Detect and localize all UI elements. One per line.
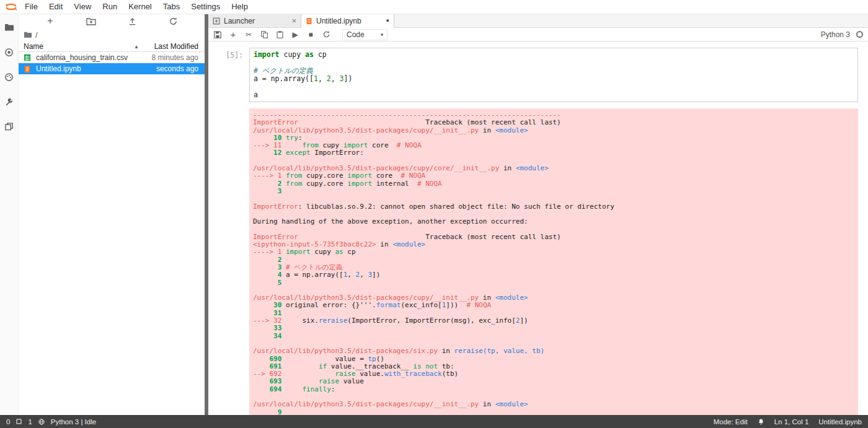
tab-label: Untitled.ipynb xyxy=(316,17,383,25)
status-filename: Untitled.ipynb xyxy=(818,418,862,426)
traceback-line: /usr/local/lib/python3.5/dist-packages/c… xyxy=(253,127,854,134)
folder-icon xyxy=(24,31,32,38)
kernel-square-icon xyxy=(16,418,22,425)
traceback-line: 33 xyxy=(253,325,854,332)
notebook-panel: [5]: import cupy as cp # ベクトルの定義a = np.a… xyxy=(208,41,868,415)
error-output: ----------------------------------------… xyxy=(249,108,858,415)
code-line: a = np.array([1, 2, 3]) xyxy=(254,75,854,83)
files-icon[interactable] xyxy=(4,22,15,33)
code-line: a xyxy=(254,91,854,99)
tab-notebook[interactable]: Untitled.ipynb ● xyxy=(301,14,394,28)
cell-type-dropdown[interactable]: Code ▾ xyxy=(342,29,388,40)
status-left: 0 1 Python 3 | Idle xyxy=(6,418,96,426)
cursor-position[interactable]: Ln 1, Col 1 xyxy=(774,418,809,426)
code-cell: [5]: import cupy as cp # ベクトルの定義a = np.a… xyxy=(208,48,858,102)
command-palette-icon[interactable] xyxy=(4,71,15,82)
traceback-line: 30 original error: {}'''.format(exc_info… xyxy=(253,302,854,309)
status-right: Mode: Edit Ln 1, Col 1 Untitled.ipynb xyxy=(714,418,862,426)
add-cell-icon[interactable]: + xyxy=(228,30,239,40)
tab-launcher[interactable]: Launcher × xyxy=(208,14,301,27)
refresh-icon[interactable] xyxy=(167,15,179,27)
file-row-notebook[interactable]: Untitled.ipynb seconds ago xyxy=(19,63,205,74)
menu-item-edit[interactable]: Edit xyxy=(43,0,68,14)
code-line: import cupy as cp xyxy=(254,51,854,59)
save-icon[interactable] xyxy=(212,30,223,40)
menu-item-tabs[interactable]: Tabs xyxy=(157,0,185,14)
globe-icon xyxy=(38,418,45,426)
cell-type-value: Code xyxy=(347,30,365,39)
file-modified: seconds ago xyxy=(140,64,205,73)
kernels-count[interactable]: 1 xyxy=(28,418,32,426)
file-browser: + / Name ▲ Last Modified california_hous… xyxy=(19,14,205,415)
jupyter-logo xyxy=(3,1,19,13)
cut-cells-icon[interactable]: ✂ xyxy=(243,30,254,40)
breadcrumb-path: / xyxy=(35,30,38,40)
upload-icon[interactable] xyxy=(126,15,138,27)
wrench-icon[interactable] xyxy=(4,96,15,107)
notebook-toolbar: + ✂ ▶ ■ Code ▾ Python 3 xyxy=(208,28,868,41)
traceback-line: ---> 32 six.reraise(ImportError, ImportE… xyxy=(253,317,854,325)
kernel-name[interactable]: Python 3 xyxy=(821,30,850,39)
close-icon[interactable]: × xyxy=(291,17,296,25)
activity-bar xyxy=(0,14,19,415)
paste-cells-icon[interactable] xyxy=(274,30,285,40)
file-modified: 8 minutes ago xyxy=(140,53,205,62)
menu-item-settings[interactable]: Settings xyxy=(185,0,226,14)
file-name: Untitled.ipynb xyxy=(36,64,140,73)
menu-item-kernel[interactable]: Kernel xyxy=(123,0,157,14)
running-icon[interactable] xyxy=(4,46,15,58)
bell-icon[interactable] xyxy=(758,418,764,426)
code-line xyxy=(254,59,854,67)
kernel-status-icon[interactable] xyxy=(856,31,863,38)
traceback-line: 693 raise value xyxy=(253,378,854,385)
breadcrumb[interactable]: / xyxy=(19,28,205,41)
new-launcher-button[interactable]: + xyxy=(44,15,56,27)
kernel-status-text[interactable]: Python 3 | Idle xyxy=(51,418,96,426)
tab-bar: Launcher × Untitled.ipynb ● xyxy=(208,14,868,28)
traceback-line: 4 a = np.array([1, 2, 3]) xyxy=(253,271,854,279)
open-tabs-icon[interactable] xyxy=(4,121,15,132)
run-icon[interactable]: ▶ xyxy=(290,30,301,40)
column-header-modified[interactable]: Last Modified xyxy=(143,42,205,51)
file-row-csv[interactable]: california_housing_train.csv 8 minutes a… xyxy=(19,52,205,63)
notebook-file-icon xyxy=(24,64,33,73)
menu-item-view[interactable]: View xyxy=(68,0,97,14)
menubar: File Edit View Run Kernel Tabs Settings … xyxy=(0,0,868,14)
main-dock-panel: Launcher × Untitled.ipynb ● + ✂ ▶ ■ Code xyxy=(208,14,868,415)
terminals-count[interactable]: 0 xyxy=(6,418,10,426)
menu-item-help[interactable]: Help xyxy=(226,0,254,14)
cell-output: ----------------------------------------… xyxy=(208,108,858,415)
kernel-box: Python 3 xyxy=(821,30,863,39)
output-prompt xyxy=(208,108,249,415)
file-browser-toolbar: + xyxy=(19,14,205,28)
traceback-line: 694 finally: xyxy=(253,386,854,393)
traceback-line: 2 xyxy=(253,256,854,264)
menu-item-run[interactable]: Run xyxy=(97,0,123,14)
mode-indicator[interactable]: Mode: Edit xyxy=(714,418,748,426)
execution-prompt: [5]: xyxy=(208,48,249,102)
traceback-line: ----> 1 import cupy as cp xyxy=(253,248,854,256)
restart-kernel-icon[interactable] xyxy=(321,30,332,40)
notebook-file-icon xyxy=(306,17,312,25)
file-name: california_housing_train.csv xyxy=(36,53,140,62)
chevron-down-icon: ▾ xyxy=(381,32,384,38)
traceback-line: 34 xyxy=(253,333,854,340)
launcher-icon xyxy=(213,17,220,25)
traceback-line: 2 from cupy.core import internal # NOQA xyxy=(253,180,854,188)
menu-item-file[interactable]: File xyxy=(19,0,43,14)
traceback-line: 3 xyxy=(253,188,854,195)
code-editor[interactable]: import cupy as cp # ベクトルの定義a = np.array(… xyxy=(249,48,858,102)
code-line xyxy=(254,83,854,91)
traceback-line: 9 xyxy=(253,409,854,415)
copy-cells-icon[interactable] xyxy=(259,30,270,40)
sort-ascending-icon: ▲ xyxy=(134,44,139,50)
traceback-line: During handling of the above exception, … xyxy=(253,218,854,225)
traceback-line: 12 except ImportError: xyxy=(253,149,854,157)
traceback-line: 5 xyxy=(253,279,854,287)
status-bar: 0 1 Python 3 | Idle Mode: Edit Ln 1, Col… xyxy=(0,415,868,428)
csv-file-icon xyxy=(24,53,33,62)
stop-icon[interactable]: ■ xyxy=(305,30,316,40)
column-header-name[interactable]: Name xyxy=(24,42,134,51)
new-folder-icon[interactable] xyxy=(85,15,97,27)
dirty-indicator-icon[interactable]: ● xyxy=(386,18,389,24)
